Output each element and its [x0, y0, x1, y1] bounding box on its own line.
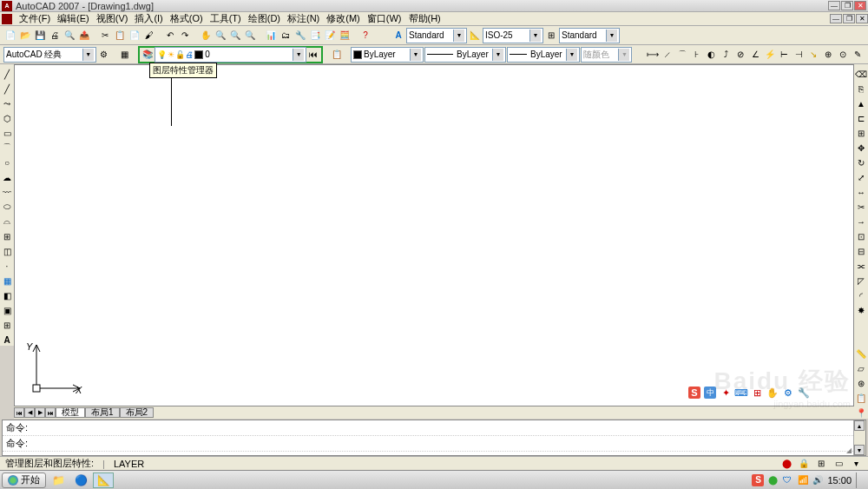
help-icon[interactable]: ? — [358, 29, 372, 43]
pan-icon[interactable]: ✋ — [199, 29, 213, 43]
dim-base-icon[interactable]: ⊢ — [778, 48, 792, 62]
status-grid-icon[interactable]: ⊞ — [814, 457, 828, 471]
workspace-dropdown[interactable]: AutoCAD 经典▼ — [3, 47, 96, 63]
drawing-area[interactable]: Y X S 中 ✦ ⌨ ⊞ ✋ ⚙ 🔧 — [14, 64, 854, 406]
dim-linear-icon[interactable]: ⟼ — [646, 48, 660, 62]
linetype-dropdown[interactable]: ByLayer▼ — [424, 47, 506, 63]
rotate-icon[interactable]: ↻ — [855, 156, 867, 169]
command-scrollbar[interactable]: ▲ ▼ — [853, 420, 865, 455]
hatch-icon[interactable]: ▦ — [1, 274, 13, 287]
tray-vol-icon[interactable]: 🔊 — [812, 475, 823, 486]
print-icon[interactable]: 🖨 — [48, 29, 62, 43]
calc-icon[interactable]: 🧮 — [338, 29, 352, 43]
open-icon[interactable]: 📂 — [18, 29, 32, 43]
minimize-button[interactable]: — — [828, 1, 840, 10]
tray-a-icon[interactable]: ✦ — [720, 387, 732, 399]
rectangle-icon[interactable]: ▭ — [1, 127, 13, 139]
spline-icon[interactable]: 〰 — [1, 186, 13, 198]
dim-edit-icon[interactable]: ✎ — [851, 48, 865, 62]
textstyle-icon[interactable]: A — [391, 29, 405, 43]
insert-icon[interactable]: ⊞ — [1, 230, 13, 242]
command-window[interactable]: 命令: 命令: ▲ ▼ ◢ — [2, 420, 866, 456]
lineweight-dropdown[interactable]: ByLayer▼ — [507, 47, 580, 63]
tab-prev-button[interactable]: ◀ — [24, 407, 35, 418]
scroll-down-icon[interactable]: ▼ — [854, 445, 865, 455]
menu-view[interactable]: 视图(V) — [93, 12, 132, 25]
tab-next-button[interactable]: ▶ — [35, 407, 45, 418]
menu-edit[interactable]: 编辑(E) — [54, 12, 93, 25]
color-dropdown[interactable]: ByLayer▼ — [351, 47, 424, 63]
maximize-button[interactable]: ❐ — [841, 1, 853, 10]
properties-icon[interactable]: 📊 — [264, 29, 278, 43]
mdi-close-button[interactable]: ✕ — [856, 14, 868, 23]
list-icon[interactable]: 📋 — [855, 392, 867, 404]
menu-modify[interactable]: 修改(M) — [323, 12, 364, 25]
pline-icon[interactable]: ⤳ — [1, 97, 13, 109]
textstyle-dropdown[interactable]: Standard▼ — [406, 28, 467, 43]
menu-help[interactable]: 帮助(H) — [405, 12, 444, 25]
ellipse-arc-icon[interactable]: ⌓ — [1, 215, 13, 228]
redo-icon[interactable]: ↷ — [178, 29, 192, 43]
taskbar-app1-icon[interactable]: 🔵 — [70, 472, 91, 488]
layer-prev-icon[interactable]: ⏮ — [306, 48, 320, 62]
tray-d-icon[interactable]: ✋ — [766, 387, 779, 399]
gradient-icon[interactable]: ◧ — [1, 289, 13, 301]
move-icon[interactable]: ✥ — [855, 142, 867, 154]
dim-tol-icon[interactable]: ⊕ — [821, 48, 835, 62]
mdi-minimize-button[interactable]: — — [830, 14, 842, 23]
zoom-prev-icon[interactable]: 🔍 — [243, 29, 257, 43]
menu-dim[interactable]: 标注(N) — [284, 12, 323, 25]
chamfer-icon[interactable]: ◸ — [855, 274, 867, 287]
menu-tools[interactable]: 工具(T) — [207, 12, 245, 25]
ellipse-icon[interactable]: ⬭ — [1, 201, 13, 213]
taskbar-autocad-icon[interactable]: 📐 — [93, 472, 114, 488]
show-desktop-button[interactable] — [856, 472, 863, 488]
tray-f-icon[interactable]: 🔧 — [798, 387, 810, 399]
area-icon[interactable]: ▱ — [855, 362, 867, 374]
block-icon[interactable]: ◫ — [1, 245, 13, 257]
status-menu-icon[interactable]: ▾ — [849, 457, 863, 471]
scale-icon[interactable]: ⤢ — [855, 171, 867, 183]
dim-aligned-icon[interactable]: ⟋ — [661, 48, 674, 62]
arc-icon[interactable]: ⌒ — [1, 142, 13, 154]
new-icon[interactable]: 📄 — [3, 29, 17, 43]
layer-dropdown[interactable]: 💡☀🔓🖨 0 ▼ — [155, 47, 306, 63]
join-icon[interactable]: ⫘ — [855, 260, 867, 272]
resize-grip-icon[interactable]: ◢ — [846, 446, 852, 454]
dc-icon[interactable]: 🗂 — [279, 29, 293, 43]
zoom-win-icon[interactable]: 🔍 — [228, 29, 242, 43]
paste-icon[interactable]: 📄 — [128, 29, 141, 43]
ssm-icon[interactable]: 📑 — [308, 29, 322, 43]
tab-last-button[interactable]: ⏭ — [45, 407, 56, 418]
status-lock-icon[interactable]: 🔒 — [797, 457, 811, 471]
command-prompt[interactable]: 命令: — [3, 436, 865, 452]
fillet-icon[interactable]: ◜ — [855, 289, 867, 301]
tray-e-icon[interactable]: ⚙ — [782, 387, 794, 399]
dimstyle-icon[interactable]: 📐 — [468, 29, 482, 43]
start-button[interactable]: 开始 — [2, 472, 46, 488]
trim-icon[interactable]: ✂ — [855, 201, 867, 213]
layer-states-icon[interactable]: 📋 — [330, 48, 344, 62]
tray-c-icon[interactable]: ⊞ — [751, 387, 763, 399]
dim-leader-icon[interactable]: ↘ — [807, 48, 821, 62]
preview-icon[interactable]: 🔍 — [62, 29, 76, 43]
menu-window[interactable]: 窗口(W) — [364, 12, 405, 25]
dim-center-icon[interactable]: ⊙ — [836, 48, 850, 62]
menu-format[interactable]: 格式(O) — [167, 12, 207, 25]
tab-layout2[interactable]: 布局2 — [120, 407, 155, 418]
region-mass-icon[interactable]: ⊛ — [855, 377, 867, 389]
tab-layout1[interactable]: 布局1 — [85, 407, 120, 418]
break-pt-icon[interactable]: ⊡ — [855, 230, 867, 242]
id-icon[interactable]: 📍 — [855, 406, 867, 419]
taskbar-clock[interactable]: 15:00 — [827, 475, 852, 486]
tray-net-icon[interactable]: ⬤ — [768, 475, 779, 486]
menu-file[interactable]: 文件(F) — [16, 12, 54, 25]
dim-radius-icon[interactable]: ◐ — [705, 48, 719, 62]
mdi-restore-button[interactable]: ❐ — [843, 14, 855, 23]
dim-ord-icon[interactable]: ⊦ — [690, 48, 704, 62]
tab-first-button[interactable]: ⏮ — [14, 407, 24, 418]
mtext-icon[interactable]: A — [1, 334, 13, 346]
plotstyle-dropdown[interactable]: 随颜色▼ — [581, 47, 632, 63]
polygon-icon[interactable]: ⬡ — [1, 112, 13, 124]
extend-icon[interactable]: → — [855, 215, 867, 228]
